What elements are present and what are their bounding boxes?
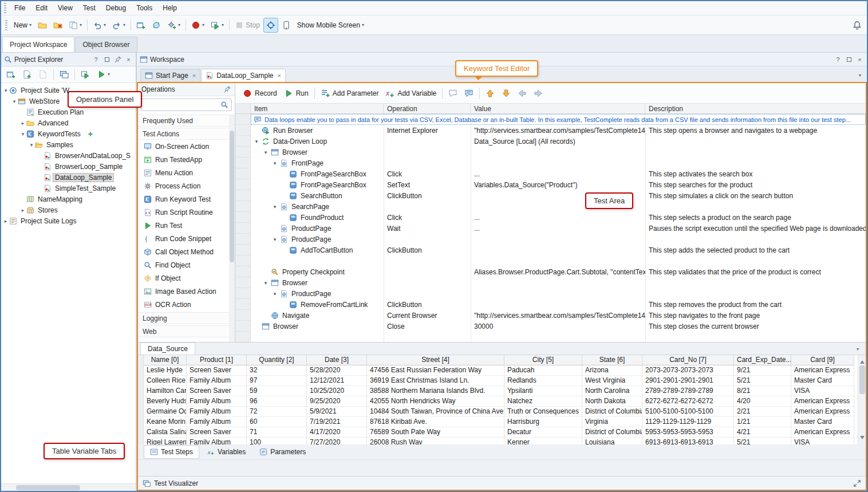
- ops-item-run-testedapp[interactable]: Run TestedApp: [138, 153, 229, 166]
- tab-list-dropdown-icon[interactable]: ▾: [859, 73, 861, 78]
- ds-column-quantity-2[interactable]: Quantity [2]: [247, 355, 307, 365]
- ds-data-row[interactable]: Hamilton CarlsonScreen Saver5910/25/2020…: [144, 386, 866, 396]
- menu-tools[interactable]: Tools: [131, 2, 157, 14]
- tab-list-dropdown-icon[interactable]: ▾: [857, 347, 859, 352]
- menu-test[interactable]: Test: [78, 2, 101, 14]
- test-step-row[interactable]: SearchButtonClickButtonThis step simulat…: [235, 190, 866, 201]
- ops-section-test-actions[interactable]: Test Actions: [138, 128, 229, 140]
- column-header-operation[interactable]: Operation: [384, 104, 471, 113]
- tab-variables[interactable]: xVariables: [200, 445, 252, 459]
- notifications-button[interactable]: [850, 18, 865, 33]
- test-step-row[interactable]: RemoveFromCartLinkClickButtonThis step r…: [235, 299, 866, 310]
- move-left-button[interactable]: [515, 86, 530, 100]
- step-expander-icon[interactable]: ▾: [271, 291, 278, 297]
- maximize-panel-button[interactable]: [845, 55, 853, 64]
- step-expander-icon[interactable]: ▾: [271, 237, 278, 242]
- tree-item-stores[interactable]: ▸Stores: [1, 204, 136, 215]
- test-step-row[interactable]: ▾ProductPage: [235, 288, 866, 299]
- test-step-row[interactable]: Run BrowserInternet Explorer"http://serv…: [235, 125, 866, 136]
- tree-item-dataloop-sample[interactable]: DataLoop_Sample: [1, 172, 136, 183]
- panels-button[interactable]: [57, 67, 72, 82]
- help-button[interactable]: ?: [92, 55, 100, 64]
- ops-item-if-object[interactable]: ?If Object: [138, 271, 229, 285]
- menubar-grip[interactable]: [4, 3, 6, 13]
- test-step-row[interactable]: FrontPageSearchBoxSetTextVariables.Data_…: [235, 179, 866, 190]
- test-step-row[interactable]: ProductPageWait...Pauses the script exec…: [235, 223, 866, 234]
- test-step-row[interactable]: ▾Browser: [235, 147, 866, 158]
- move-down-button[interactable]: [499, 86, 514, 100]
- ds-column-card-no-7[interactable]: Card_No [7]: [642, 355, 734, 365]
- ds-data-row[interactable]: Calista SalinasScreen Saver714/17/202076…: [144, 427, 866, 438]
- step-expander-icon[interactable]: ▾: [262, 280, 269, 286]
- tree-item-simpletest-sample[interactable]: SimpleTest_Sample: [1, 183, 136, 194]
- menu-file[interactable]: File: [9, 2, 30, 14]
- update-web-button[interactable]: [149, 18, 164, 33]
- tree-item-keywordtests[interactable]: ▾KeywordTests+: [1, 128, 136, 139]
- open-button[interactable]: [35, 18, 50, 33]
- test-step-row[interactable]: ▾ProductPage: [235, 234, 866, 245]
- ds-data-row[interactable]: Rigel LawrenceFamily Album1007/27/202026…: [144, 438, 866, 444]
- add-item-button[interactable]: [3, 67, 18, 82]
- step-expander-icon[interactable]: ▾: [271, 160, 278, 166]
- add-parameter-button[interactable]: Add Parameter: [318, 86, 382, 100]
- menu-help[interactable]: Help: [157, 2, 182, 14]
- pin-panel-button[interactable]: [113, 55, 122, 64]
- expand-icon[interactable]: [853, 479, 861, 487]
- description-button[interactable]: [461, 86, 476, 100]
- stop-button[interactable]: Stop: [232, 18, 263, 33]
- scrollbar-thumb[interactable]: [16, 485, 80, 490]
- close-panel-button[interactable]: ×: [855, 55, 864, 64]
- test-step-row[interactable]: FrontPageSearchBoxClick...This step acti…: [235, 168, 866, 179]
- menu-debug[interactable]: Debug: [101, 2, 131, 14]
- add-new-item-button[interactable]: [133, 18, 148, 33]
- ds-data-row[interactable]: Beverly HudsonFamily Album969/25/2020420…: [144, 396, 866, 407]
- record-button[interactable]: Record: [240, 86, 280, 100]
- data-source-vscrollbar[interactable]: [858, 355, 866, 444]
- help-button[interactable]: ?: [834, 55, 842, 64]
- info-banner-row[interactable]: Data loops enable you to pass in data fo…: [235, 114, 866, 125]
- tree-item-samples[interactable]: ▾Samples: [1, 139, 136, 150]
- file-button[interactable]: [35, 67, 50, 82]
- column-header-item[interactable]: Item: [251, 104, 384, 113]
- move-up-button[interactable]: [483, 86, 498, 100]
- spy-toggle-button[interactable]: [263, 18, 278, 33]
- add-variable-button[interactable]: x Add Variable: [382, 86, 439, 100]
- ds-data-row[interactable]: Keane MorinFamily Album607/19/202187618 …: [144, 417, 866, 427]
- ops-item-image-based-action[interactable]: Image Based Action: [138, 285, 229, 298]
- tab-test-steps[interactable]: Test Steps: [144, 445, 199, 459]
- add-service-button[interactable]: ▾: [164, 18, 183, 33]
- editor-tab-start-page[interactable]: Start Page×: [140, 69, 200, 82]
- ops-item-call-object-method[interactable]: Call Object Method: [138, 245, 229, 258]
- ops-item-find-object[interactable]: Find Object: [138, 258, 229, 271]
- record-test-button[interactable]: ▾: [188, 18, 207, 33]
- save-all-button[interactable]: ▾: [66, 18, 85, 33]
- ops-item-run-script-routine[interactable]: Run Script Routine: [138, 206, 229, 219]
- scrollbar-thumb[interactable]: [859, 365, 865, 394]
- run-project-button[interactable]: ▾: [208, 18, 227, 33]
- close-tab-icon[interactable]: ×: [192, 72, 196, 79]
- close-panel-button[interactable]: ×: [124, 55, 133, 64]
- comment-button[interactable]: [445, 86, 460, 100]
- editor-tab-dataloop-sample[interactable]: DataLoop_Sample×: [201, 69, 286, 82]
- ops-item-menu-action[interactable]: Menu Action: [138, 166, 229, 179]
- ds-column-card-9[interactable]: Card [9]: [791, 355, 854, 365]
- tab-data-source[interactable]: Data_Source: [140, 343, 195, 355]
- test-step-row[interactable]: ▾FrontPage: [235, 158, 866, 168]
- expander-icon[interactable]: ▸: [19, 207, 26, 213]
- expander-icon[interactable]: ▾: [2, 88, 9, 93]
- tree-item-browserloop-sample[interactable]: BrowserLoop_Sample: [1, 161, 136, 172]
- menu-edit[interactable]: Edit: [30, 2, 53, 14]
- ds-column-state-6[interactable]: State [6]: [582, 355, 642, 365]
- test-step-row[interactable]: ▾Data-Driven LoopData_Source [Local] (Al…: [235, 136, 866, 147]
- ops-item-run-test[interactable]: Run Test: [138, 219, 229, 232]
- undo-button[interactable]: ▾: [90, 18, 109, 33]
- tab-object-browser[interactable]: Object Browser: [75, 37, 137, 52]
- close-tab-icon[interactable]: ×: [278, 72, 281, 79]
- tree-item-browseranddataloop-s[interactable]: BrowserAndDataLoop_S: [1, 150, 136, 161]
- test-step-row[interactable]: ▾Browser: [235, 277, 866, 288]
- ops-item-ocr-action[interactable]: OCROCR Action: [138, 298, 229, 311]
- scroll-up-icon[interactable]: [860, 358, 865, 364]
- ops-item-run-keyword-test[interactable]: Run Keyword Test: [138, 192, 229, 206]
- test-step-row[interactable]: NavigateCurrent Browser"http://services.…: [235, 310, 866, 321]
- ds-column-date-3[interactable]: Date [3]: [307, 355, 367, 365]
